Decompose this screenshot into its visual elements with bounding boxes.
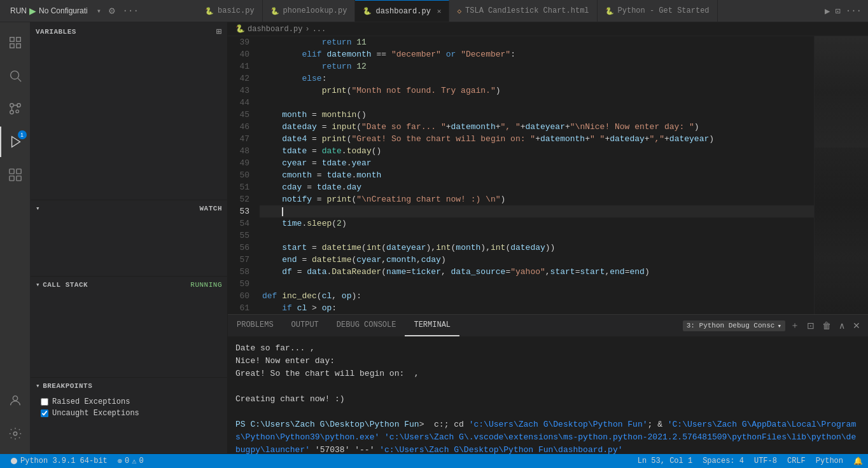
activity-source-control[interactable] <box>0 93 31 124</box>
delete-terminal-btn[interactable]: 🗑 <box>820 319 834 332</box>
line-55: 55 <box>228 230 814 242</box>
play-icon: ▶ <box>29 6 36 16</box>
tab-icon-phonelookup: 🐍 <box>270 7 279 15</box>
breakpoints-header[interactable]: ▾ BREAKPOINTS <box>31 378 227 394</box>
svg-rect-13 <box>16 176 20 181</box>
status-encoding-label: UTF-8 <box>754 457 777 465</box>
editor-area: 🐍 dashboard.py › ... 39 return 11 40 eli… <box>228 22 868 454</box>
terminal-selector[interactable]: 3: Python Debug Consc ▾ <box>683 320 785 331</box>
breakpoint-raised: Raised Exceptions <box>31 396 227 408</box>
terminal-line-7: PS C:\Users\Zach G\Desktop\Python Fun> c… <box>235 418 860 454</box>
status-line-col-label: Ln 53, Col 1 <box>638 457 692 465</box>
code-editor[interactable]: 39 return 11 40 elif datemonth == "decem… <box>228 36 814 314</box>
bell-icon: 🔔 <box>853 457 863 466</box>
tab-problems[interactable]: PROBLEMS <box>228 315 283 336</box>
breadcrumb-file-icon: 🐍 <box>235 24 245 34</box>
tab-icon-dashboard: 🐍 <box>363 7 372 15</box>
line-46: 46 dateday = input("Date so far... "+dat… <box>228 121 814 133</box>
variables-header[interactable]: VARIABLES ⊞ <box>31 22 227 41</box>
line-60: 60 def inc_dec(cl, op): <box>228 290 814 302</box>
status-spaces-label: Spaces: 4 <box>703 457 744 465</box>
tab-icon-basic: 🐍 <box>205 7 214 15</box>
tab-output[interactable]: OUTPUT <box>283 315 328 336</box>
split-editor-icon[interactable]: ⊡ <box>835 6 840 17</box>
line-51: 51 cday = tdate.day <box>228 181 814 193</box>
tab-label-basic: basic.py <box>218 6 255 15</box>
gear-icon[interactable]: ⚙ <box>109 4 115 17</box>
tabs-container: 🐍 basic.py 🐍 phonelookup.py 🐍 dashboard.… <box>197 0 818 22</box>
tab-label-gettingstarted: Python - Get Started <box>618 6 710 15</box>
status-encoding[interactable]: UTF-8 <box>749 454 782 468</box>
line-53: 53 <box>228 205 814 217</box>
new-terminal-btn[interactable]: ＋ <box>788 319 802 333</box>
tab-dashboard[interactable]: 🐍 dashboard.py ✕ <box>355 0 449 22</box>
svg-point-14 <box>13 396 17 401</box>
status-notifications[interactable]: 🔔 <box>848 454 868 468</box>
more-actions-icon[interactable]: ··· <box>846 6 862 16</box>
terminal-content[interactable]: Date so far... , Nice! Now enter day: Gr… <box>228 337 868 454</box>
panel-close-btn[interactable]: ✕ <box>850 319 863 332</box>
status-language-label: Python <box>816 457 843 465</box>
tab-terminal-label: TERMINAL <box>414 320 451 329</box>
terminal-line-5: Creating chart now! :) <box>235 393 860 406</box>
variables-actions: ⊞ <box>216 26 222 37</box>
tab-phonelookup[interactable]: 🐍 phonelookup.py <box>263 0 356 22</box>
breakpoint-uncaught-label: Uncaught Exceptions <box>52 409 139 418</box>
watch-header[interactable]: ▾ WATCH <box>31 200 227 216</box>
panel-tabs: PROBLEMS OUTPUT DEBUG CONSOLE TERMINAL 3… <box>228 315 868 337</box>
line-59: 59 <box>228 278 814 290</box>
line-44: 44 <box>228 97 814 109</box>
tab-tsla[interactable]: ◇ TSLA Candlestick Chart.html <box>449 0 597 22</box>
status-spaces[interactable]: Spaces: 4 <box>697 454 749 468</box>
status-line-ending[interactable]: CRLF <box>782 454 811 468</box>
tab-close-dashboard[interactable]: ✕ <box>437 7 442 15</box>
activity-explorer[interactable] <box>0 27 31 58</box>
panel-up-btn[interactable]: ∧ <box>836 319 848 332</box>
breakpoint-uncaught-checkbox[interactable] <box>41 410 48 417</box>
tab-terminal[interactable]: TERMINAL <box>405 315 459 336</box>
svg-point-16 <box>11 458 17 464</box>
call-stack-header[interactable]: ▾ CALL STACK RUNNING <box>31 277 227 292</box>
tab-debug-console[interactable]: DEBUG CONSOLE <box>328 315 405 336</box>
tab-label-tsla: TSLA Candlestick Chart.html <box>465 6 589 15</box>
status-errors[interactable]: ⊗ 0 ⚠ 0 <box>113 454 149 468</box>
line-58: 58 df = data.DataReader(name=ticker, dat… <box>228 266 814 278</box>
status-warnings-count: 0 <box>139 457 144 465</box>
breakpoints-content: Raised Exceptions Uncaught Exceptions <box>31 394 227 422</box>
breadcrumb-path: ... <box>312 25 326 34</box>
minimap <box>814 36 868 314</box>
line-61: 61 if cl > op: <box>228 302 814 314</box>
activity-account[interactable] <box>0 385 31 416</box>
activity-extensions[interactable] <box>0 160 31 190</box>
variables-action-btn[interactable]: ⊞ <box>216 26 222 37</box>
status-python-version[interactable]: Python 3.9.1 64-bit <box>5 454 113 468</box>
tab-label-phonelookup: phonelookup.py <box>283 6 347 15</box>
code-lines: 39 return 11 40 elif datemonth == "decem… <box>228 36 814 314</box>
more-icon[interactable]: ··· <box>123 6 139 16</box>
terminal-selector-label: 3: Python Debug Consc <box>687 322 775 329</box>
breakpoint-raised-label: Raised Exceptions <box>52 397 130 406</box>
activity-bar <box>0 22 31 454</box>
line-39: 39 return 11 <box>228 36 814 48</box>
activity-debug[interactable] <box>0 127 31 157</box>
watch-content <box>31 216 227 229</box>
activity-settings[interactable] <box>0 418 31 449</box>
status-language[interactable]: Python <box>811 454 848 468</box>
python-icon <box>10 457 18 465</box>
config-chevron[interactable]: ▾ <box>97 6 101 16</box>
terminal-line-2: Nice! Now enter day: <box>235 355 860 368</box>
breadcrumb-file: dashboard.py <box>248 25 302 34</box>
breakpoint-raised-checkbox[interactable] <box>41 398 48 406</box>
debug-play-icon[interactable]: ▶ <box>825 6 830 17</box>
run-button[interactable]: RUN ▶ No Configurati <box>6 4 92 17</box>
tab-gettingstarted[interactable]: 🐍 Python - Get Started <box>598 0 718 22</box>
terminal-line-6 <box>235 406 860 418</box>
line-52: 52 notify = print("\nCreating chart now!… <box>228 193 814 205</box>
split-terminal-btn[interactable]: ⊡ <box>804 319 817 332</box>
activity-search[interactable] <box>0 60 31 91</box>
svg-rect-3 <box>10 44 13 48</box>
status-line-col[interactable]: Ln 53, Col 1 <box>633 454 697 468</box>
config-label: No Configurati <box>39 6 88 15</box>
line-50: 50 cmonth = tdate.month <box>228 169 814 181</box>
tab-basic[interactable]: 🐍 basic.py <box>197 0 263 22</box>
